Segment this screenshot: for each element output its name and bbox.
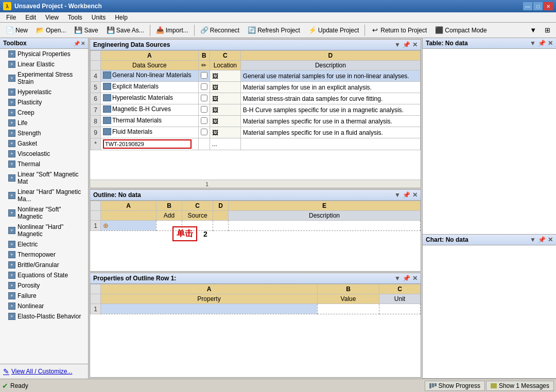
chart-no-data-header-icons[interactable]: ▼ 📌 ✕ [530,236,553,243]
row-7-name[interactable]: Magnetic B-H Curves [101,104,199,116]
toolbox-item-thermopower[interactable]: + Thermopower [0,250,88,260]
row-5-img[interactable]: 🖼 [210,82,240,93]
outline-row-1[interactable]: 1 ⊕ [91,221,421,231]
toolbox-item-strength[interactable]: + Strength [0,128,88,138]
menu-help[interactable]: Help [111,13,132,22]
show-progress-button[interactable]: Show Progress [425,381,485,391]
toolbox-item-experimental-stress[interactable]: + Experimental Stress Strain [0,69,88,87]
edit-row-cell[interactable] [101,138,199,150]
table-row[interactable]: 4 General Non-linear Materials 🖼 Gener [91,70,421,82]
row-8-check[interactable] [198,116,210,127]
toolbox-item-elasto-plastic[interactable]: + Elasto-Plastic Behavior [0,311,88,322]
toolbox-item-life[interactable]: + Life [0,118,88,128]
chart-pin-icon[interactable]: 📌 [538,236,546,243]
eng-data-dropdown-icon[interactable]: ▼ [394,41,401,48]
outline-close-icon[interactable]: ✕ [412,191,418,199]
menu-units[interactable]: Units [88,13,110,22]
table-close-icon[interactable]: ✕ [548,40,553,47]
menu-edit[interactable]: Edit [21,13,40,22]
row-5-name[interactable]: Explicit Materials [101,82,199,93]
new-button[interactable]: 📄 New [2,24,31,37]
toolbox-pin-icon[interactable]: 📌 [74,41,80,46]
menu-tools[interactable]: Tools [64,13,86,22]
chart-dropdown-icon[interactable]: ▼ [530,236,536,243]
toolbox-item-creep[interactable]: + Creep [0,108,88,118]
reconnect-button[interactable]: 🔗 Reconnect [197,24,243,37]
row-4-check[interactable] [198,70,210,82]
properties-header-icons[interactable]: ▼ 📌 ✕ [394,275,418,282]
eng-data-close-icon[interactable]: ✕ [412,41,418,48]
window-controls[interactable]: — □ ✕ [523,2,553,10]
toolbox-item-physical-properties[interactable]: + Physical Properties [0,49,88,59]
save-button[interactable]: 💾 Save [71,24,101,37]
props-row-1-property[interactable] [101,304,318,314]
eng-data-pin-icon[interactable]: 📌 [403,41,410,48]
show-messages-button[interactable]: Show 1 Messages [486,381,554,391]
row-5-check[interactable] [198,82,210,93]
refresh-project-button[interactable]: 🔄 Refresh Project [244,24,304,37]
maximize-button[interactable]: □ [533,2,543,10]
table-row[interactable]: 9 Fluid Materials 🖼 Material samples s [91,127,421,138]
toolbox-item-viscoelastic[interactable]: + Viscoelastic [0,149,88,159]
row-6-check[interactable] [198,93,210,104]
toolbox-item-linear-hard[interactable]: + Linear "Hard" Magnetic Ma... [0,187,88,204]
outline-dropdown-icon[interactable]: ▼ [394,191,401,199]
row-6-img[interactable]: 🖼 [210,93,240,104]
properties-pin-icon[interactable]: 📌 [403,275,410,282]
toolbox-close-icon[interactable]: ✕ [81,41,85,46]
toolbox-item-equations[interactable]: + Equations of State [0,270,88,280]
grid-button[interactable]: ⊞ [541,24,554,37]
row-7-img[interactable]: 🖼 [210,104,240,116]
import-button[interactable]: 📥 Import... [152,24,192,37]
menu-file[interactable]: File [2,13,20,22]
row-9-img[interactable]: 🖼 [210,127,240,138]
toolbox-item-gasket[interactable]: + Gasket [0,138,88,149]
toolbox-item-electric[interactable]: + Electric [0,239,88,250]
outline-header-icons[interactable]: ▼ 📌 ✕ [394,191,418,199]
row-9-check[interactable] [198,127,210,138]
row-9-name[interactable]: Fluid Materials [101,127,199,138]
toolbox-item-failure[interactable]: + Failure [0,291,88,301]
row-4-name[interactable]: General Non-linear Materials [101,70,199,82]
toolbox-item-nonlinear-soft[interactable]: + Nonlinear "Soft" Magnetic [0,204,88,222]
table-no-data-header-icons[interactable]: ▼ 📌 ✕ [530,40,553,47]
toolbox-item-nonlinear-hard[interactable]: + Nonlinear "Hard" Magnetic [0,222,88,239]
minimize-button[interactable]: — [523,2,532,10]
row-8-name[interactable]: Thermal Materials [101,116,199,127]
toolbox-item-hyperelastic[interactable]: + Hyperelastic [0,87,88,97]
toolbox-item-thermal[interactable]: + Thermal [0,159,88,169]
compact-mode-button[interactable]: ⬛ Compact Mode [431,24,490,37]
toolbox-item-brittle[interactable]: + Brittle/Granular [0,260,88,270]
outline-row-1-a[interactable]: ⊕ [101,221,157,231]
properties-close-icon[interactable]: ✕ [412,275,418,282]
close-button[interactable]: ✕ [544,2,553,10]
row-8-img[interactable]: 🖼 [210,116,240,127]
chart-close-icon[interactable]: ✕ [548,236,553,243]
filter-button[interactable]: ▼ [526,24,540,37]
edit-row-input[interactable] [103,139,192,149]
table-row[interactable]: 8 Thermal Materials 🖼 Material samples [91,116,421,127]
toolbox-item-plasticity[interactable]: + Plasticity [0,97,88,108]
return-to-project-button[interactable]: ↩ Return to Project [367,24,430,37]
table-row[interactable]: 6 Hyperelastic Materials 🖼 Material st [91,93,421,104]
props-row-1[interactable]: 1 [91,304,421,314]
table-row-edit[interactable]: * ... [91,138,421,150]
save-as-button[interactable]: 💾 Save As... [103,24,148,37]
toolbox-item-linear-soft[interactable]: + Linear "Soft" Magnetic Mat [0,169,88,187]
view-all-button[interactable]: ✎ View All / Customize... [2,366,86,377]
menu-view[interactable]: View [41,13,63,22]
toolbox-item-nonlinear[interactable]: + Nonlinear [0,301,88,311]
row-7-check[interactable] [198,104,210,116]
outline-pin-icon[interactable]: 📌 [403,191,410,199]
toolbox-item-porosity[interactable]: + Porosity [0,280,88,291]
toolbox-item-linear-elastic[interactable]: + Linear Elastic [0,59,88,69]
row-4-img[interactable]: 🖼 [210,70,240,82]
open-button[interactable]: 📂 Open... [32,24,70,37]
row-6-name[interactable]: Hyperelastic Materials [101,93,199,104]
toolbox-header-icons[interactable]: 📌 ✕ [74,41,85,46]
table-dropdown-icon[interactable]: ▼ [530,40,536,47]
properties-dropdown-icon[interactable]: ▼ [394,275,401,282]
table-row[interactable]: 5 Explicit Materials 🖼 Material sample [91,82,421,93]
table-row[interactable]: 7 Magnetic B-H Curves 🖼 B-H Curve samp [91,104,421,116]
table-pin-icon[interactable]: 📌 [538,40,546,47]
